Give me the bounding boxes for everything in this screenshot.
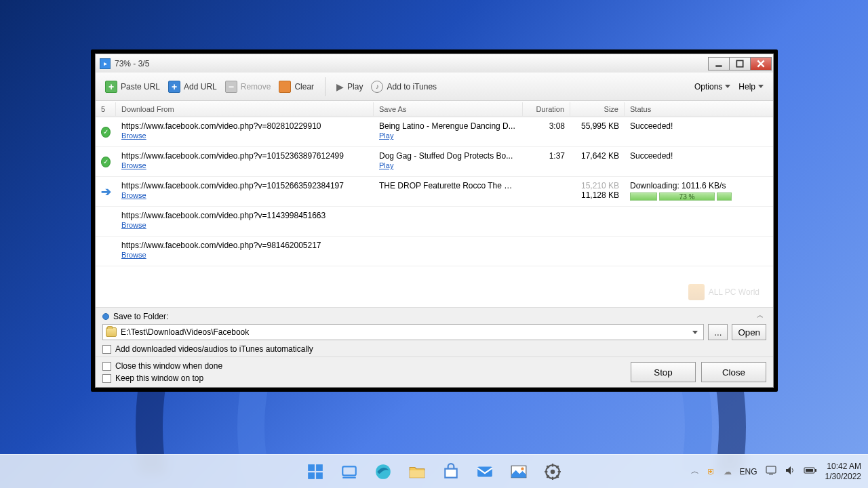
- onedrive-icon[interactable]: ☁: [724, 467, 732, 476]
- svg-rect-1: [736, 60, 743, 66]
- list-row[interactable]: https://www.facebook.com/video.php?v=114…: [96, 207, 773, 237]
- close-when-done-checkbox[interactable]: [102, 362, 111, 371]
- tray-chevron-icon[interactable]: ︿: [691, 466, 699, 477]
- close-when-done-label: Close this window when done: [115, 361, 222, 371]
- maximize-button[interactable]: [729, 57, 751, 70]
- add-to-itunes-button[interactable]: ♪ Add to iTunes: [367, 78, 441, 96]
- col-duration[interactable]: Duration: [523, 102, 570, 116]
- add-url-button[interactable]: + Add URL: [164, 78, 221, 96]
- status-text: Succeeded!: [625, 120, 773, 132]
- mail-icon[interactable]: [471, 458, 498, 485]
- paste-url-button[interactable]: + Paste URL: [101, 78, 164, 96]
- svg-rect-6: [342, 466, 356, 475]
- size-text: 17,642 KB: [570, 150, 625, 162]
- svg-rect-19: [806, 469, 813, 472]
- save-as-text: THE DROP Featurette Rocco The …: [379, 181, 517, 190]
- security-icon[interactable]: ⛨: [707, 467, 715, 476]
- svg-rect-7: [342, 476, 356, 478]
- settings-icon[interactable]: [539, 458, 566, 485]
- browse-link[interactable]: Browse: [121, 191, 146, 199]
- titlebar[interactable]: ▸ 73% - 3/5: [95, 54, 774, 73]
- stop-button[interactable]: Stop: [631, 362, 696, 382]
- play-link[interactable]: Play: [379, 131, 393, 140]
- col-status[interactable]: Status: [625, 102, 773, 116]
- browse-link[interactable]: Browse: [121, 161, 146, 169]
- svg-point-12: [521, 467, 524, 470]
- list-row[interactable]: https://www.facebook.com/video.php?v=981…: [96, 237, 773, 266]
- keep-on-top-checkbox[interactable]: [102, 374, 111, 383]
- tray-date[interactable]: 1/30/2022: [825, 472, 861, 481]
- minimize-button[interactable]: [708, 57, 730, 70]
- folder-icon: [106, 327, 117, 337]
- svg-point-14: [551, 469, 555, 474]
- list-row[interactable]: ➔ https://www.facebook.com/video.php?v=1…: [96, 177, 773, 207]
- volume-icon[interactable]: [785, 466, 795, 477]
- radio-icon[interactable]: [102, 313, 109, 320]
- input-icon[interactable]: [766, 466, 776, 477]
- col-download-from[interactable]: Download From: [116, 102, 374, 116]
- folder-path-input[interactable]: E:\Test\Download\Videos\Facebook: [102, 324, 704, 340]
- col-save-as[interactable]: Save As: [374, 102, 523, 116]
- play-link[interactable]: Play: [379, 161, 393, 169]
- col-size[interactable]: Size: [570, 102, 625, 116]
- close-action-button[interactable]: Close: [701, 362, 766, 382]
- duration-text: [523, 180, 570, 182]
- progress-bar: 73 %: [630, 192, 768, 201]
- play-button[interactable]: ▶ Play: [332, 79, 367, 95]
- svg-rect-4: [308, 472, 315, 479]
- taskview-button[interactable]: [336, 458, 363, 485]
- music-icon: ♪: [371, 81, 383, 93]
- svg-rect-5: [316, 472, 323, 479]
- edge-icon[interactable]: [370, 458, 397, 485]
- itunes-checkbox[interactable]: [102, 345, 111, 354]
- col-num[interactable]: 5: [96, 102, 116, 116]
- browse-folder-button[interactable]: ...: [708, 324, 728, 340]
- help-dropdown[interactable]: Help: [734, 79, 768, 94]
- url-text: https://www.facebook.com/video.php?v=101…: [121, 181, 368, 190]
- explorer-icon[interactable]: [403, 458, 431, 485]
- add-url-label: Add URL: [184, 82, 217, 92]
- app-icon: ▸: [100, 58, 111, 69]
- close-button[interactable]: [750, 57, 772, 70]
- size-text: 55,995 KB: [570, 120, 625, 132]
- browse-link[interactable]: Browse: [121, 131, 146, 140]
- svg-rect-10: [477, 466, 492, 476]
- battery-icon[interactable]: [804, 466, 817, 476]
- url-text: https://www.facebook.com/video.php?v=101…: [121, 151, 368, 161]
- svg-rect-9: [410, 470, 425, 477]
- clear-label: Clear: [294, 82, 314, 92]
- tray-time[interactable]: 10:42 AM: [827, 462, 861, 471]
- language-indicator[interactable]: ENG: [740, 467, 757, 476]
- browse-link[interactable]: Browse: [121, 251, 146, 259]
- watermark-text: ALL PC World: [709, 287, 760, 297]
- photos-icon[interactable]: [505, 458, 532, 485]
- collapse-icon[interactable]: ︽: [757, 310, 762, 320]
- options-dropdown[interactable]: Options: [690, 79, 734, 94]
- size-total-text: 11,128 KB: [576, 190, 619, 200]
- start-button[interactable]: [302, 458, 329, 485]
- list-row[interactable]: ✓ https://www.facebook.com/video.php?v=1…: [96, 147, 773, 177]
- play-label: Play: [347, 82, 363, 92]
- browse-link[interactable]: Browse: [121, 221, 146, 229]
- help-label: Help: [738, 82, 755, 92]
- progress-pct: 73 %: [660, 193, 714, 201]
- remove-label: Remove: [241, 82, 271, 92]
- watermark: ALL PC World: [688, 284, 760, 300]
- list-row[interactable]: ✓ https://www.facebook.com/video.php?v=8…: [96, 117, 773, 147]
- folder-dropdown-button[interactable]: [690, 331, 701, 334]
- save-as-text: Dog Gag - Stuffed Dog Protects Bo...: [379, 151, 517, 161]
- system-tray: ︿ ⛨ ☁ ENG 10:42 AM 1/30/2022: [691, 462, 861, 481]
- folder-path-text: E:\Test\Download\Videos\Facebook: [121, 327, 690, 337]
- keep-on-top-label: Keep this window on top: [115, 373, 203, 383]
- url-text: https://www.facebook.com/video.php?v=802…: [121, 121, 368, 131]
- clear-button[interactable]: Clear: [275, 78, 318, 96]
- success-icon: ✓: [101, 127, 111, 138]
- svg-rect-15: [766, 466, 776, 473]
- save-folder-section: ︽ Save to Folder: E:\Test\Download\Video…: [96, 307, 773, 357]
- store-icon[interactable]: [437, 458, 465, 485]
- toolbar: + Paste URL + Add URL − Remove Clear ▶ P…: [96, 73, 773, 101]
- open-folder-button[interactable]: Open: [732, 324, 766, 340]
- status-text: Downloading: 1011.6 KB/s: [630, 181, 768, 190]
- window-title: 73% - 3/5: [115, 59, 149, 68]
- svg-rect-2: [308, 464, 315, 471]
